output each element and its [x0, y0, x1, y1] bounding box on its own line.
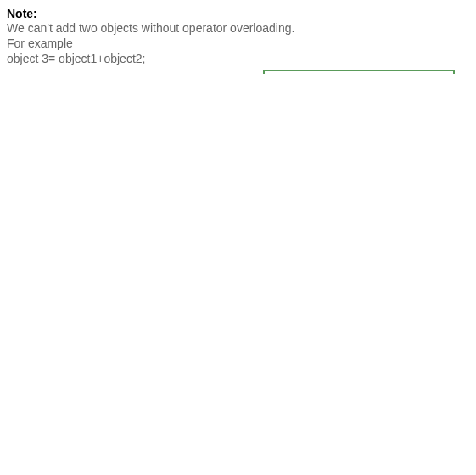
note-line3: object 3= object1+object2;	[7, 51, 469, 66]
note-block: Note: We can't add two objects without o…	[7, 7, 469, 67]
note-line1: We can't add two objects without operato…	[7, 20, 469, 36]
constructor-no-arg-box: //constructor Sum_T4Tutorials() { number…	[263, 70, 455, 74]
note-label: Note:	[7, 7, 469, 20]
note-line2: For example	[7, 36, 469, 51]
